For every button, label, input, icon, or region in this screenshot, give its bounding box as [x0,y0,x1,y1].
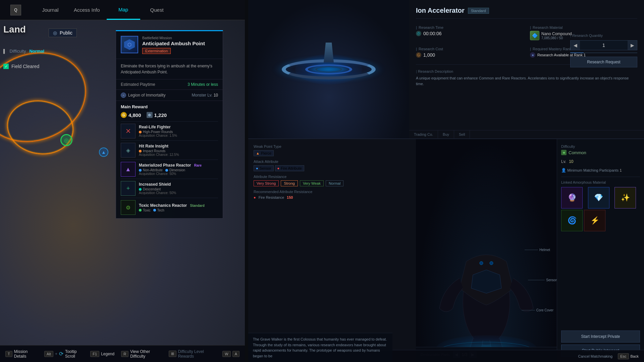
stat-time: Research Time ⏱ 00:00:06 [416,25,523,40]
reward-item: ◈ Hit Rate Insight Impact Rounds Acquisi… [121,140,218,160]
qty-label: Research Quantity [570,34,637,38]
tab-sell[interactable]: Sell [454,130,470,138]
item-sub-toxic: Toxic Tech [139,208,218,212]
tab-trading[interactable]: Trading Co. [409,130,438,138]
sensor-label: Sensor [260,166,271,170]
mission-title-area: Battlefield Mission Anticipated Ambush P… [142,36,218,54]
time-value: ⏱ 00:00:06 [416,31,523,36]
map-marker-2[interactable]: ▲ [99,147,108,157]
item-icon-toxic: ⚙ [121,200,136,215]
item-info-toxic: Toxic Mechanics Reactor Standard Toxic T… [139,203,218,212]
mode-badge[interactable]: ◎ Public [49,28,77,37]
helmet-line [525,250,538,250]
research-badge: Standard [468,8,489,14]
item-name-phase: Materialized Phase Reactor Rare [139,163,218,168]
fire-attr-dot: ● [277,166,280,170]
qty-control: ◀ 1 ▶ [570,40,637,50]
linked-item-4[interactable]: 🌀 [561,210,583,231]
research-title-row: Ion Accelerator Standard [416,7,637,19]
boss-right-info: Difficulty ◆ Common Lv. 10 👤 Minimum Mat… [557,139,644,362]
qty-decrease-btn[interactable]: ◀ [571,41,580,50]
reward-currency: G 4,800 ⚙ 1,220 [121,112,218,118]
item-name-toxic: Toxic Mechanics Reactor Standard [139,203,218,208]
recommended-resistance-section: Recommended Attribute Resistance ● Fire … [254,190,411,199]
mission-icon-box: ⬡ [121,36,138,53]
research-request-btn[interactable]: Research Request [570,57,637,67]
q-icon: Q [14,8,17,12]
accelerator-core [315,66,342,72]
fire-res-label: Fire Resistance [259,195,284,199]
attack-label: Attack Attribute [254,160,411,164]
resistance-tags: Very Strong Strong Very Weak Normal [254,180,411,186]
mission-details-key: T Mission Details [5,349,38,359]
nav-quest[interactable]: Quest [140,0,174,20]
legend-key: F1 Legend [90,351,114,357]
map-label: Map [118,7,128,12]
linked-item-2[interactable]: 💎 [588,187,609,208]
nav-map[interactable]: Map [107,0,140,20]
item-sub-phase: Non-Attribute Dimension [139,168,218,172]
nano-qty: 7,085,080 / 50 [541,36,572,40]
mission-popup: ⬡ Battlefield Mission Anticipated Ambush… [116,30,223,219]
linked-item-3[interactable]: ✨ [614,187,636,208]
weak-point-tags: ▲ Pierce [254,150,411,156]
item-chance-hitrate: Acquisition Chance: 12.5% [139,153,218,157]
difficulty-label: Difficulty [10,49,26,54]
region-name: Land [3,24,26,35]
res-normal-tag: Normal [326,180,343,186]
currency-gear: ⚙ 1,220 [147,112,167,118]
item-name-shield: Increased Shield [139,182,218,187]
recommended-res: ● Fire Resistance 150 [254,195,411,199]
map-marker-1[interactable]: ◎ [60,134,72,146]
gear-icon: ⚙ [147,112,153,118]
start-intercept-private-btn[interactable]: Start Intercept Private [561,330,640,343]
attr-dot-shield [139,188,142,191]
stat-cost: Research Cost G 1,000 [416,47,523,58]
nav-access[interactable]: Access Info [67,0,107,20]
reward-item: + Increased Shield Descendant Acquisitio… [121,179,218,198]
qty-bar-fill [570,52,584,53]
linked-item-1[interactable]: 🔮 [561,187,583,208]
right-panel: Ion Accelerator Standard Research Time ⏱… [248,0,644,362]
tab-buy[interactable]: Buy [438,130,454,138]
svg-point-1 [480,261,483,265]
diff-value: ◆ Common [561,150,640,155]
res-strong-tag: Strong [281,180,298,186]
resistance-section: Attribute Resistance Very Strong Strong … [254,175,411,186]
intercept-panel: Weak Point Type ▲ Pierce Attack Attribut… [248,139,644,362]
fire-attr-label: Fire Attribute [281,166,302,170]
mission-category: Battlefield Mission [142,36,218,40]
reward-item: ✕ Real-Life Fighter High-Power Rounds Ac… [121,121,218,140]
core-cover-line [522,310,535,310]
boss-3d-center: Helmet Sensor Core Cover Destructible Pa… [416,139,557,362]
scroll-icon: ⟳ [59,351,63,357]
attr-dot-toxic2 [153,209,156,212]
qty-bar [570,52,637,53]
view-difficulty-key[interactable]: R View Other Difficulty [121,349,162,359]
rarity-standard: Standard [190,204,205,207]
item-chance-shield: Acquisition Chance: 50% [139,191,218,195]
linked-label: Linked Amorphous Material [561,180,640,184]
time-label: Research Time [416,25,523,29]
research-info: Ion Accelerator Standard Research Time ⏱… [409,0,644,138]
nav-journal[interactable]: Journal [34,0,67,20]
sensor-line [528,280,545,280]
boss-figure: Helmet Sensor Core Cover [429,235,543,362]
gold-icon: G [121,112,127,118]
item-info-fighter: Real-Life Fighter High-Power Rounds Acqu… [139,125,218,137]
weak-point-section: Weak Point Type ▲ Pierce [254,144,411,156]
qty-increase-btn[interactable]: ▶ [628,41,637,50]
mode-icon: ◎ [53,30,57,36]
playtime-row: Estimated Playtime 3 Minutes or less [116,79,223,90]
item-sub-hitrate: Impact Rounds [139,149,218,153]
linked-item-5[interactable]: ⚡ [584,210,605,231]
res-very-strong-tag: Very Strong [254,180,279,186]
item-sub-shield: Descendant [139,187,218,191]
participant-row: 👤 Minimum Matching Participants 1 [561,168,640,173]
item-chance-phase: Acquisition Chance: 50% [139,172,218,176]
playtime-label: Estimated Playtime [121,82,155,87]
reward-item: ⚙ Toxic Mechanics Reactor Standard Toxic… [121,198,218,217]
nano-icon: 🔷 [530,31,539,40]
cost-icon: G [416,52,421,58]
nav-icon-btn[interactable]: Q [0,0,34,20]
